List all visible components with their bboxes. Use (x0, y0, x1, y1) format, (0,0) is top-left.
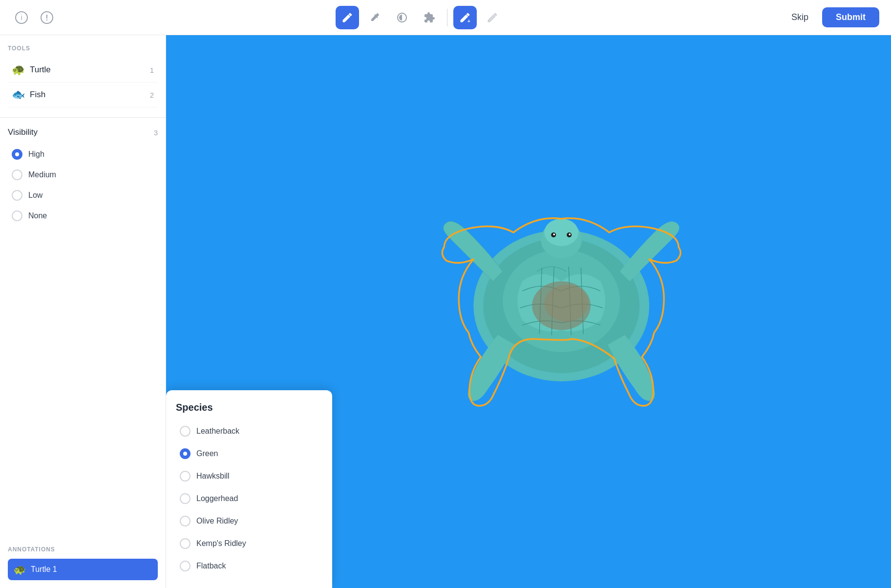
species-olive-ridley-radio[interactable] (180, 516, 191, 526)
visibility-medium-radio[interactable] (12, 169, 22, 180)
annotations-section: ANNOTATIONS 🐢 Turtle 1 (0, 538, 166, 588)
species-leatherback-radio[interactable] (180, 426, 191, 437)
svg-text:!: ! (45, 14, 48, 22)
turtle1-annotation-item[interactable]: 🐢 Turtle 1 (8, 559, 158, 580)
tools-section: TOOLS 🐢 Turtle 1 🐟 Fish 2 (0, 35, 166, 118)
svg-point-15 (569, 233, 571, 235)
visibility-low-label: Low (28, 191, 42, 200)
tools-section-label: TOOLS (8, 45, 158, 52)
svg-text:+: + (467, 19, 470, 23)
annotations-section-label: ANNOTATIONS (8, 546, 158, 553)
species-flatback[interactable]: Flatback (176, 556, 322, 576)
visibility-low-option[interactable]: Low (8, 185, 158, 206)
eyedropper-tool-button[interactable] (363, 6, 386, 29)
brush-tool-button[interactable] (336, 6, 359, 29)
species-olive-ridley[interactable]: Olive Ridley (176, 511, 322, 531)
turtle-tool-icon: 🐢 (12, 63, 25, 76)
visibility-none-radio[interactable] (12, 210, 22, 221)
info-icon[interactable]: i (12, 8, 31, 27)
species-olive-ridley-label: Olive Ridley (196, 517, 238, 525)
brush-plus-tool-button[interactable]: + (453, 6, 477, 29)
puzzle-tool-button[interactable] (418, 6, 441, 29)
svg-point-11 (544, 219, 578, 246)
fish-tool-item[interactable]: 🐟 Fish 2 (8, 83, 158, 107)
species-green-label: Green (196, 449, 218, 458)
turtle-tool-label: Turtle (30, 65, 51, 75)
species-kemps-ridley-label: Kemp's Ridley (196, 539, 246, 548)
species-loggerhead-label: Loggerhead (196, 494, 238, 503)
species-green[interactable]: Green (176, 443, 322, 464)
species-kemps-ridley-radio[interactable] (180, 538, 191, 549)
toolbar-divider (447, 9, 447, 26)
visibility-high-option[interactable]: High (8, 144, 158, 165)
turtle-image (424, 184, 698, 430)
turtle-tool-item[interactable]: 🐢 Turtle 1 (8, 58, 158, 83)
svg-point-14 (553, 233, 555, 235)
visibility-section: Visibility 3 High Medium Low None (0, 118, 166, 236)
species-popup-title: Species (176, 402, 322, 413)
canvas-area[interactable]: Species Leatherback Green Hawksbill (166, 35, 891, 588)
visibility-high-radio[interactable] (12, 149, 22, 160)
visibility-high-label: High (28, 150, 44, 159)
visibility-none-label: None (28, 211, 47, 220)
toolbar: i ! (0, 0, 891, 35)
turtle1-annotation-label: Turtle 1 (31, 565, 57, 574)
visibility-none-option[interactable]: None (8, 206, 158, 226)
species-flatback-radio[interactable] (180, 561, 191, 571)
species-loggerhead[interactable]: Loggerhead (176, 488, 322, 509)
species-hawksbill[interactable]: Hawksbill (176, 466, 322, 486)
fish-tool-label: Fish (30, 90, 45, 100)
visibility-medium-label: Medium (28, 170, 56, 179)
visibility-label: Visibility (8, 127, 38, 137)
species-leatherback-label: Leatherback (196, 427, 239, 436)
svg-text:i: i (21, 14, 22, 21)
fish-tool-num: 2 (150, 91, 154, 99)
species-green-radio[interactable] (180, 448, 191, 459)
sidebar: TOOLS 🐢 Turtle 1 🐟 Fish 2 (0, 35, 166, 588)
species-kemps-ridley[interactable]: Kemp's Ridley (176, 533, 322, 554)
main-content: TOOLS 🐢 Turtle 1 🐟 Fish 2 (0, 35, 891, 588)
visibility-num: 3 (154, 128, 158, 137)
turtle-tool-num: 1 (150, 66, 154, 74)
species-popup: Species Leatherback Green Hawksbill (166, 390, 332, 588)
toolbar-left: i ! (12, 8, 57, 27)
visibility-medium-option[interactable]: Medium (8, 165, 158, 185)
submit-button[interactable]: Submit (822, 7, 879, 27)
turtle1-annotation-icon: 🐢 (14, 564, 26, 575)
turtle-svg (424, 184, 698, 428)
visibility-low-radio[interactable] (12, 190, 22, 201)
fill-tool-button[interactable] (390, 6, 414, 29)
toolbar-right: Skip Submit (784, 7, 879, 27)
skip-button[interactable]: Skip (784, 8, 816, 26)
toolbar-center: + (336, 6, 504, 29)
species-list: Leatherback Green Hawksbill Loggerhead (176, 421, 322, 576)
sidebar-spacer (0, 236, 166, 538)
svg-point-9 (544, 285, 588, 322)
fish-tool-icon: 🐟 (12, 88, 25, 101)
species-leatherback[interactable]: Leatherback (176, 421, 322, 441)
warning-icon[interactable]: ! (37, 8, 57, 27)
species-hawksbill-label: Hawksbill (196, 472, 230, 481)
eraser-tool-button[interactable] (481, 6, 504, 29)
species-loggerhead-radio[interactable] (180, 493, 191, 504)
species-hawksbill-radio[interactable] (180, 471, 191, 482)
species-flatback-label: Flatback (196, 562, 226, 570)
